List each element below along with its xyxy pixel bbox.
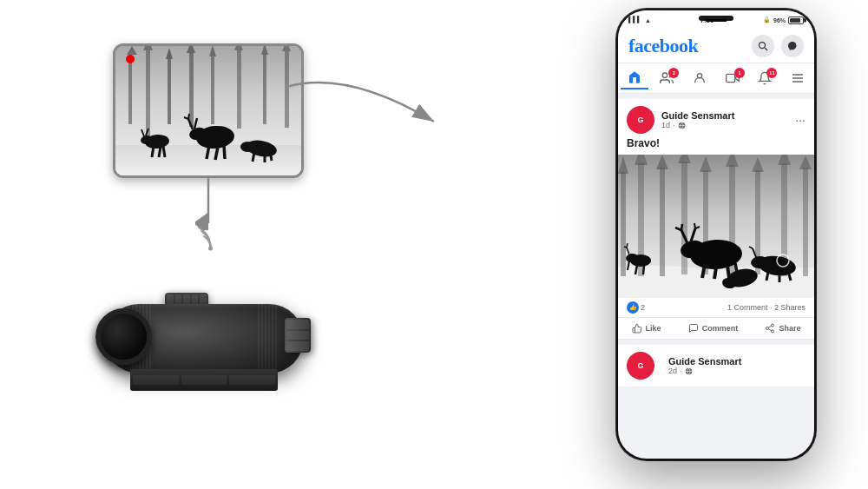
scope-mount-rail xyxy=(130,369,278,391)
facebook-logo: facebook xyxy=(628,35,698,57)
nav-notifications[interactable]: 11 xyxy=(751,68,779,89)
battery-icon xyxy=(788,17,804,24)
viewfinder-screen xyxy=(113,43,304,178)
nav-video[interactable]: 1 xyxy=(719,68,746,89)
svg-rect-2 xyxy=(146,50,150,137)
svg-line-42 xyxy=(765,48,767,50)
svg-rect-10 xyxy=(237,50,241,129)
like-thumb-icon: 👍 xyxy=(627,301,639,314)
battery-percent: 96% xyxy=(773,17,786,23)
svg-point-105 xyxy=(766,327,769,330)
post-avatar-2: G xyxy=(627,352,654,380)
svg-line-21 xyxy=(141,129,144,136)
scope-device xyxy=(61,243,339,417)
share-button[interactable]: Share xyxy=(758,320,807,337)
phone-frame: ▍▍▍ ▲ 7:35 🔒 96% facebook xyxy=(616,9,816,460)
down-arrow-icon xyxy=(195,178,221,230)
record-indicator xyxy=(126,55,135,63)
search-button[interactable] xyxy=(752,35,774,57)
svg-rect-62 xyxy=(681,162,687,274)
svg-line-31 xyxy=(194,118,197,129)
post-more-icon[interactable]: ··· xyxy=(795,113,806,127)
lock-icon: 🔒 xyxy=(763,17,771,23)
post-time-1: 1d · xyxy=(661,121,795,129)
scope-lens xyxy=(95,308,152,365)
feed-content: G Guide Sensmart 1d · xyxy=(618,94,814,387)
svg-line-108 xyxy=(769,326,772,327)
post-card-1: G Guide Sensmart 1d · xyxy=(618,99,814,340)
svg-line-107 xyxy=(769,329,772,331)
notif-badge: 11 xyxy=(766,68,777,78)
like-button[interactable]: Like xyxy=(625,320,668,337)
phone-screen: ▍▍▍ ▲ 7:35 🔒 96% facebook xyxy=(618,10,814,459)
facebook-header: facebook xyxy=(618,30,814,63)
header-icons xyxy=(752,35,804,57)
likes-number: 2 xyxy=(641,303,645,312)
svg-rect-56 xyxy=(621,172,626,276)
svg-rect-0 xyxy=(128,55,132,124)
svg-rect-72 xyxy=(803,168,808,276)
svg-marker-7 xyxy=(187,46,195,53)
post-header-1: G Guide Sensmart 1d · xyxy=(618,99,814,137)
curved-arrow-icon xyxy=(278,61,477,148)
nav-friends[interactable]: 2 xyxy=(653,68,681,89)
svg-point-104 xyxy=(772,324,774,327)
post-meta-1: Guide Sensmart 1d · xyxy=(661,110,795,129)
phone-container: ▍▍▍ ▲ 7:35 🔒 96% facebook xyxy=(616,9,825,469)
wifi-status: ▲ xyxy=(645,17,651,23)
post-author-1: Guide Sensmart xyxy=(661,110,795,121)
main-container: ▍▍▍ ▲ 7:35 🔒 96% facebook xyxy=(0,0,868,489)
svg-line-93 xyxy=(694,223,695,228)
svg-rect-8 xyxy=(211,56,214,124)
scope-right-knob xyxy=(285,318,311,353)
svg-line-36 xyxy=(270,151,272,161)
svg-line-34 xyxy=(253,152,254,162)
svg-point-41 xyxy=(760,43,766,49)
like-count: 👍 2 xyxy=(627,301,645,314)
svg-line-77 xyxy=(643,266,644,274)
messenger-button[interactable] xyxy=(781,35,804,57)
status-signal: ▍▍▍ ▲ xyxy=(628,17,651,23)
svg-rect-60 xyxy=(660,168,665,276)
svg-marker-3 xyxy=(143,46,153,50)
svg-line-26 xyxy=(224,145,225,159)
svg-marker-13 xyxy=(261,46,268,55)
like-label: Like xyxy=(646,324,661,333)
post-time-2: 2d · xyxy=(668,367,806,375)
svg-line-30 xyxy=(188,114,189,119)
svg-point-106 xyxy=(772,330,774,333)
svg-point-33 xyxy=(240,142,254,152)
post-author-2: Guide Sensmart xyxy=(668,356,806,367)
svg-rect-6 xyxy=(189,53,194,127)
post-stats-1: 👍 2 1 Comment · 2 Shares xyxy=(618,298,814,318)
svg-text:G: G xyxy=(637,116,643,124)
svg-line-19 xyxy=(163,146,165,157)
svg-line-18 xyxy=(159,147,161,157)
svg-line-96 xyxy=(766,272,768,281)
svg-line-17 xyxy=(152,146,154,157)
signal-bars: ▍▍▍ xyxy=(628,17,641,23)
post-avatar-1: G xyxy=(627,106,654,134)
svg-text:G: G xyxy=(637,361,643,370)
comments-shares: 1 Comment · 2 Shares xyxy=(727,303,806,312)
nav-menu[interactable] xyxy=(784,68,812,89)
svg-marker-5 xyxy=(166,48,173,59)
svg-rect-46 xyxy=(726,74,734,82)
svg-line-81 xyxy=(627,243,628,248)
svg-line-25 xyxy=(215,147,218,160)
post-text-1: Bravo! xyxy=(618,137,814,155)
status-right-icons: 🔒 96% xyxy=(763,17,804,24)
svg-line-85 xyxy=(714,268,716,279)
post-actions-1: Like Comment xyxy=(618,318,814,340)
comment-button[interactable]: Comment xyxy=(681,320,746,337)
svg-marker-9 xyxy=(209,46,216,56)
nav-home[interactable] xyxy=(621,67,648,89)
svg-rect-12 xyxy=(263,55,266,124)
share-label: Share xyxy=(779,324,800,333)
left-section xyxy=(26,17,391,469)
nav-groups[interactable] xyxy=(686,68,713,89)
svg-rect-4 xyxy=(168,59,171,124)
post-image-1 xyxy=(618,155,814,298)
friends-badge: 2 xyxy=(668,68,679,78)
comment-label: Comment xyxy=(702,324,739,333)
